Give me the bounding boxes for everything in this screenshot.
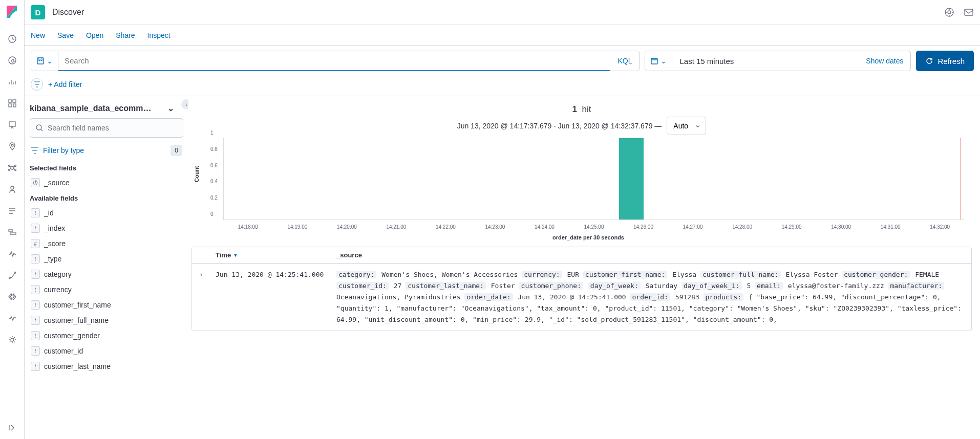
filter-by-type-label: Filter by type: [43, 146, 84, 155]
field-name: _score: [44, 239, 66, 248]
nav-ml-icon[interactable]: [7, 163, 17, 173]
field-item[interactable]: tcustomer_id: [30, 343, 183, 359]
app-badge: D: [31, 5, 45, 19]
source-key: order_date:: [464, 293, 513, 301]
svg-rect-5: [13, 104, 16, 107]
field-item[interactable]: tcustomer_last_name: [30, 359, 183, 374]
nav-logs-icon[interactable]: [7, 206, 17, 216]
field-name: _source: [44, 179, 70, 187]
field-item[interactable]: t_index: [30, 221, 183, 236]
add-filter-link[interactable]: + Add filter: [48, 80, 82, 89]
source-key: day_of_week:: [588, 282, 641, 290]
histogram-chart[interactable]: Count 00.20.40.60.81 14:18:0014:19:0014:…: [209, 138, 968, 240]
newsfeed-icon[interactable]: [964, 7, 974, 17]
refresh-button[interactable]: Refresh: [916, 51, 974, 71]
nav-recent-icon[interactable]: [7, 34, 17, 44]
nav-uptime-icon[interactable]: [7, 249, 17, 259]
cell-source: category: Women's Shoes, Women's Accesso…: [331, 264, 971, 331]
svg-rect-14: [9, 230, 13, 231]
show-dates-link[interactable]: Show dates: [859, 51, 910, 71]
svg-rect-2: [9, 100, 11, 102]
menu-open[interactable]: Open: [86, 31, 103, 39]
source-key: customer_last_name:: [406, 282, 486, 290]
field-name: _index: [44, 224, 65, 232]
field-type-icon: [31, 178, 40, 187]
svg-rect-21: [965, 9, 973, 15]
search-input[interactable]: [58, 51, 610, 71]
menu-inspect[interactable]: Inspect: [147, 31, 171, 39]
field-type-icon: t: [31, 224, 40, 233]
field-item[interactable]: tcustomer_first_name: [30, 297, 183, 313]
hit-count: 1 hit: [190, 104, 973, 115]
field-item[interactable]: t_id: [30, 205, 183, 221]
nav-management-icon[interactable]: [7, 335, 17, 345]
field-type-icon: t: [31, 254, 40, 264]
field-name: customer_id: [44, 347, 83, 355]
table-row: › Jun 13, 2020 @ 14:25:41.000 category: …: [192, 264, 971, 331]
chart-ylabel: Count: [194, 166, 200, 182]
field-search-input[interactable]: [48, 124, 178, 132]
time-range-text: Jun 13, 2020 @ 14:17:37.679 - Jun 13, 20…: [457, 122, 662, 130]
index-pattern-select[interactable]: kibana_sample_data_ecomm… ⌄: [30, 103, 183, 113]
field-type-icon: t: [31, 331, 40, 340]
search-icon: [35, 124, 44, 132]
svg-point-16: [9, 277, 10, 279]
col-source[interactable]: _source: [331, 247, 971, 263]
nav-collapse-icon[interactable]: [7, 423, 17, 433]
nav-rail: [0, 0, 25, 439]
nav-canvas-icon[interactable]: [7, 120, 17, 130]
nav-dashboard-icon[interactable]: [7, 98, 17, 108]
col-time[interactable]: Time▼: [210, 247, 331, 263]
source-key: day_of_week_i:: [681, 282, 742, 290]
nav-siem-icon[interactable]: [7, 270, 17, 280]
field-item[interactable]: tcategory: [30, 267, 183, 282]
filter-icon: [31, 146, 39, 155]
filter-options-icon[interactable]: [31, 78, 43, 91]
nav-apm-icon[interactable]: [7, 227, 17, 237]
field-item[interactable]: #_score: [30, 236, 183, 251]
saved-queries-button[interactable]: ⌄: [31, 51, 58, 71]
menu-share[interactable]: Share: [116, 31, 135, 39]
nav-maps-icon[interactable]: [7, 141, 17, 151]
filter-count-badge: 0: [171, 145, 182, 156]
field-search[interactable]: [30, 118, 183, 138]
help-icon[interactable]: [944, 7, 954, 17]
expand-row-icon[interactable]: ›: [192, 264, 210, 331]
svg-rect-15: [10, 233, 16, 234]
menu-new[interactable]: New: [31, 31, 45, 39]
source-key: category:: [336, 271, 376, 278]
svg-rect-22: [37, 58, 44, 64]
field-item[interactable]: _source: [30, 175, 183, 190]
chevron-down-icon: ⌄: [47, 57, 53, 65]
refresh-label: Refresh: [938, 57, 965, 65]
nav-discover-icon[interactable]: [7, 55, 17, 65]
field-name: customer_first_name: [44, 301, 111, 309]
field-item[interactable]: tcurrency: [30, 282, 183, 297]
field-type-icon: t: [31, 300, 40, 310]
kql-toggle[interactable]: KQL: [610, 51, 639, 71]
chart-bar[interactable]: [619, 138, 644, 220]
menu-save[interactable]: Save: [57, 31, 74, 39]
date-quick-button[interactable]: ⌄: [645, 51, 672, 71]
nav-dev-icon[interactable]: [7, 292, 17, 302]
field-item[interactable]: tcustomer_full_name: [30, 313, 183, 328]
collapse-sidebar-icon[interactable]: ‹: [181, 99, 188, 109]
date-range-text[interactable]: Last 15 minutes: [672, 51, 859, 71]
index-pattern-name: kibana_sample_data_ecomm…: [30, 104, 151, 113]
svg-point-17: [14, 272, 15, 274]
kibana-logo[interactable]: [0, 0, 25, 25]
nav-visualize-icon[interactable]: [7, 77, 17, 87]
nav-monitoring-icon[interactable]: [7, 313, 17, 323]
interval-select[interactable]: Auto: [667, 117, 706, 135]
source-key: currency:: [522, 271, 562, 278]
field-type-icon: t: [31, 270, 40, 279]
svg-point-13: [11, 186, 14, 189]
field-item[interactable]: tcustomer_gender: [30, 328, 183, 343]
svg-rect-3: [13, 100, 16, 102]
field-item[interactable]: t_type: [30, 251, 183, 267]
source-key: products:: [704, 293, 743, 301]
available-fields-label: Available fields: [30, 194, 183, 202]
nav-metrics-icon[interactable]: [7, 184, 17, 194]
topbar: D Discover: [25, 0, 980, 25]
filter-by-type[interactable]: Filter by type 0: [30, 142, 183, 159]
